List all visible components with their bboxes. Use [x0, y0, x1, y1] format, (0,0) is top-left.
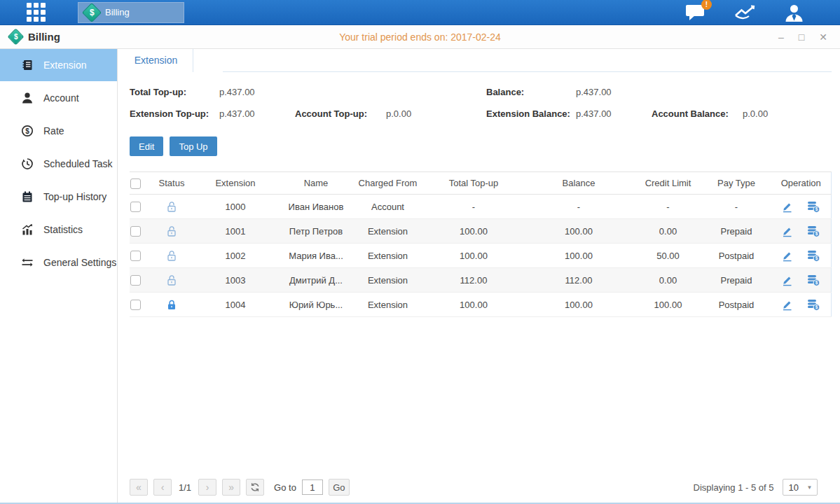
refresh-button[interactable] — [246, 479, 264, 496]
topup-extension-icon[interactable]: $ — [807, 299, 820, 311]
lock-open-icon — [166, 225, 177, 237]
row-checkbox[interactable] — [130, 275, 141, 286]
cell-extension: 1000 — [190, 195, 281, 219]
table-row: 1003 Дмитрий Д... Extension 112.00 112.0… — [130, 268, 831, 293]
lock-open-icon — [166, 250, 177, 262]
table-row: 1001 Петр Петров Extension 100.00 100.00… — [130, 219, 831, 244]
notification-badge: ! — [701, 0, 712, 10]
goto-page-input[interactable] — [302, 479, 323, 495]
table-header-row: Status Extension Name Charged From Total… — [130, 172, 831, 195]
edit-extension-icon[interactable] — [781, 274, 793, 286]
extension-topup-value: p.437.00 — [219, 108, 295, 119]
col-balance: Balance — [523, 172, 635, 195]
sidebar-item-general-settings[interactable]: General Settings — [0, 246, 117, 279]
lock-open-icon — [166, 201, 177, 213]
table-row: 1000 Иван Иванов Account - - - - $ — [130, 195, 831, 219]
close-icon[interactable]: ✕ — [819, 32, 827, 42]
first-page-button[interactable]: « — [130, 479, 148, 496]
next-page-button[interactable]: › — [198, 479, 216, 496]
last-page-button[interactable]: » — [222, 479, 240, 496]
statistics-icon — [21, 223, 34, 236]
cell-charged-from: Extension — [351, 293, 425, 317]
window-titlebar: $ Billing Your trial period ends on: 201… — [0, 25, 840, 49]
col-credit-limit: Credit Limit — [635, 172, 701, 195]
topup-extension-icon[interactable]: $ — [807, 201, 820, 213]
cell-pay-type: Prepaid — [701, 268, 771, 293]
notifications-button[interactable]: ! — [685, 4, 706, 21]
sidebar-item-label: Scheduled Task — [43, 158, 113, 169]
top-up-button[interactable]: Top Up — [170, 136, 216, 156]
notepad-icon — [21, 190, 34, 203]
cell-extension: 1003 — [190, 268, 281, 293]
go-button[interactable]: Go — [329, 479, 350, 496]
total-topup-value: p.437.00 — [219, 87, 295, 97]
minimize-icon[interactable]: – — [778, 32, 784, 42]
sidebar-item-account[interactable]: Account — [0, 81, 117, 114]
cell-extension: 1004 — [190, 293, 281, 317]
goto-label: Go to — [274, 482, 296, 493]
edit-button[interactable]: Edit — [130, 136, 163, 156]
sidebar-item-label: Rate — [43, 125, 64, 136]
dollar-circle-icon: $ — [21, 125, 34, 137]
extension-balance-label: Extension Balance: — [486, 108, 576, 119]
topup-extension-icon[interactable]: $ — [807, 225, 820, 237]
balance-value: p.437.00 — [576, 87, 652, 97]
sidebar-item-extension[interactable]: Extension — [0, 49, 117, 81]
col-extension: Extension — [190, 172, 281, 195]
person-icon — [21, 92, 34, 104]
cell-name: Юрий Юрь... — [281, 293, 351, 317]
sidebar-item-rate[interactable]: $ Rate — [0, 114, 117, 147]
select-all-checkbox[interactable] — [130, 178, 141, 189]
cell-extension: 1001 — [190, 219, 281, 244]
balance-summary: Total Top-up: p.437.00 Extension Top-up:… — [130, 81, 832, 125]
cell-balance: 100.00 — [523, 244, 635, 268]
topup-extension-icon[interactable]: $ — [807, 274, 820, 286]
maximize-icon[interactable]: □ — [799, 32, 804, 42]
cell-charged-from: Extension — [351, 268, 425, 293]
sidebar-item-statistics[interactable]: Statistics — [0, 213, 117, 246]
row-checkbox[interactable] — [130, 202, 141, 212]
cell-name: Мария Ива... — [281, 244, 351, 268]
resource-monitor-button[interactable] — [734, 4, 757, 21]
sidebar: Extension Account $ Rate Scheduled Task — [0, 49, 118, 503]
row-checkbox[interactable] — [130, 251, 141, 261]
col-charged-from: Charged From — [351, 172, 425, 195]
sidebar-item-scheduled-task[interactable]: Scheduled Task — [0, 147, 117, 180]
edit-extension-icon[interactable] — [781, 225, 793, 237]
cell-name: Иван Иванов — [281, 195, 351, 219]
sidebar-item-topup-history[interactable]: Top-up History — [0, 180, 117, 213]
cell-balance: 100.00 — [523, 293, 635, 317]
user-account-button[interactable] — [785, 4, 804, 22]
chevron-down-icon: ▼ — [807, 484, 813, 491]
taskbar-tab-billing[interactable]: $ Billing — [78, 2, 184, 23]
refresh-icon — [250, 482, 260, 492]
account-balance-value: p.0.00 — [743, 108, 818, 119]
cell-pay-type: Postpaid — [701, 293, 771, 317]
col-pay-type: Pay Type — [701, 172, 771, 195]
cell-name: Петр Петров — [281, 219, 351, 244]
svg-text:$: $ — [815, 231, 818, 237]
main-panel: Extension Total Top-up: p.437.00 Extensi… — [118, 49, 840, 503]
tab-extension[interactable]: Extension — [119, 49, 193, 72]
sliders-icon — [21, 256, 34, 269]
row-checkbox[interactable] — [130, 300, 141, 310]
tab-bar: Extension — [119, 49, 832, 72]
row-checkbox[interactable] — [130, 226, 141, 237]
topup-extension-icon[interactable]: $ — [807, 250, 820, 262]
edit-extension-icon[interactable] — [781, 250, 793, 262]
extension-table: Status Extension Name Charged From Total… — [130, 172, 832, 317]
tab-spacer — [193, 49, 223, 72]
col-total-topup: Total Top-up — [425, 172, 523, 195]
prev-page-button[interactable]: ‹ — [153, 479, 172, 496]
history-clock-icon — [21, 158, 34, 170]
account-topup-label: Account Top-up: — [295, 108, 386, 119]
cell-charged-from: Extension — [351, 219, 425, 244]
app-grid-icon[interactable] — [27, 3, 46, 22]
ledger-icon — [21, 59, 34, 71]
page-size-select[interactable]: 10 ▼ — [783, 479, 818, 496]
lock-closed-icon — [166, 299, 177, 311]
trial-message: Your trial period ends on: 2017-02-24 — [0, 31, 840, 43]
edit-extension-icon[interactable] — [781, 299, 793, 311]
edit-extension-icon[interactable] — [781, 201, 793, 213]
svg-text:$: $ — [815, 206, 818, 212]
